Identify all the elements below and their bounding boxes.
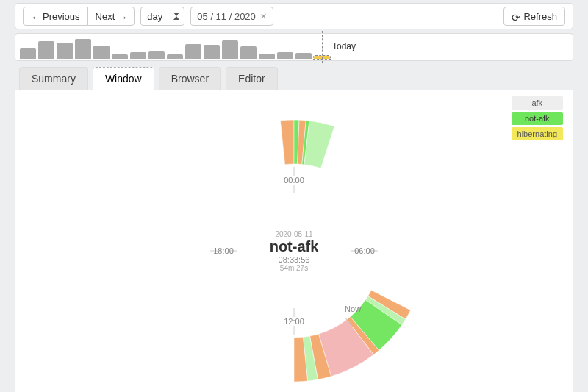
center-status: not-afk bbox=[270, 238, 319, 255]
legend: afk not-afk hibernating bbox=[512, 96, 563, 140]
legend-not-afk[interactable]: not-afk bbox=[512, 112, 563, 125]
today-marker bbox=[322, 31, 323, 63]
previous-label: Previous bbox=[43, 11, 80, 22]
activity-panel: afk not-afk hibernating 00:0006:0012:001… bbox=[15, 90, 573, 392]
legend-hibernating[interactable]: hibernating bbox=[512, 127, 563, 140]
previous-button[interactable]: Previous bbox=[23, 7, 88, 26]
center-date: 2020-05-11 bbox=[270, 230, 319, 238]
center-time: 08:33:56 bbox=[270, 255, 319, 264]
sparkline-bar[interactable] bbox=[38, 41, 54, 59]
period-select[interactable]: day bbox=[140, 7, 184, 26]
legend-afk[interactable]: afk bbox=[512, 96, 563, 110]
timeline-sparkline[interactable]: Today bbox=[15, 33, 573, 61]
view-tabs: SummaryWindowBrowserEditor bbox=[15, 67, 573, 90]
sparkline-bar[interactable] bbox=[295, 53, 312, 59]
refresh-label: Refresh bbox=[523, 11, 557, 22]
sparkline-bar[interactable] bbox=[20, 48, 36, 59]
date-controls: Previous Next day 05 / 11 / 2020 ✕ Refre… bbox=[15, 3, 573, 29]
next-label: Next bbox=[96, 11, 115, 22]
date-value: 05 / 11 / 2020 bbox=[197, 11, 256, 22]
svg-text:18:00: 18:00 bbox=[213, 246, 234, 255]
sparkline-bar[interactable] bbox=[240, 46, 257, 59]
sparkline-bar[interactable] bbox=[222, 40, 238, 59]
clear-date-icon[interactable]: ✕ bbox=[260, 12, 267, 21]
sparkline-bar[interactable] bbox=[277, 52, 293, 59]
next-button[interactable]: Next bbox=[87, 7, 135, 26]
sparkline-bar[interactable] bbox=[75, 39, 91, 59]
arrow-right-icon bbox=[118, 12, 126, 21]
tab-summary[interactable]: Summary bbox=[19, 67, 88, 90]
sparkline-bar[interactable] bbox=[204, 45, 220, 59]
svg-text:12:00: 12:00 bbox=[284, 317, 304, 326]
sparkline-bar[interactable] bbox=[148, 51, 165, 59]
sparkline-bar[interactable] bbox=[112, 54, 128, 59]
refresh-icon bbox=[512, 12, 520, 21]
svg-text:06:00: 06:00 bbox=[354, 246, 375, 255]
now-label: Now bbox=[345, 304, 361, 313]
sparkline-bar[interactable] bbox=[57, 43, 73, 59]
today-label: Today bbox=[332, 41, 356, 51]
sparkline-bar[interactable] bbox=[259, 54, 275, 59]
clock-center-info: 2020-05-11 not-afk 08:33:56 54m 27s bbox=[270, 230, 319, 272]
tab-editor[interactable]: Editor bbox=[226, 67, 278, 90]
arrow-left-icon bbox=[31, 12, 40, 21]
period-select-value: day bbox=[147, 11, 162, 22]
sparkline-bar[interactable] bbox=[185, 44, 201, 59]
svg-text:00:00: 00:00 bbox=[284, 176, 304, 185]
prev-next-group: Previous Next bbox=[23, 7, 135, 26]
sparkline-bar[interactable] bbox=[167, 54, 183, 59]
sparkline-bar[interactable] bbox=[130, 52, 146, 59]
center-duration: 54m 27s bbox=[270, 264, 319, 272]
sparkline-bar[interactable] bbox=[93, 46, 110, 59]
date-input[interactable]: 05 / 11 / 2020 ✕ bbox=[190, 7, 273, 26]
tab-browser[interactable]: Browser bbox=[159, 67, 221, 90]
refresh-button[interactable]: Refresh bbox=[503, 7, 565, 26]
tab-window[interactable]: Window bbox=[93, 67, 154, 90]
activity-clock[interactable]: 00:0006:0012:0018:00Now 2020-05-11 not-a… bbox=[162, 118, 426, 383]
